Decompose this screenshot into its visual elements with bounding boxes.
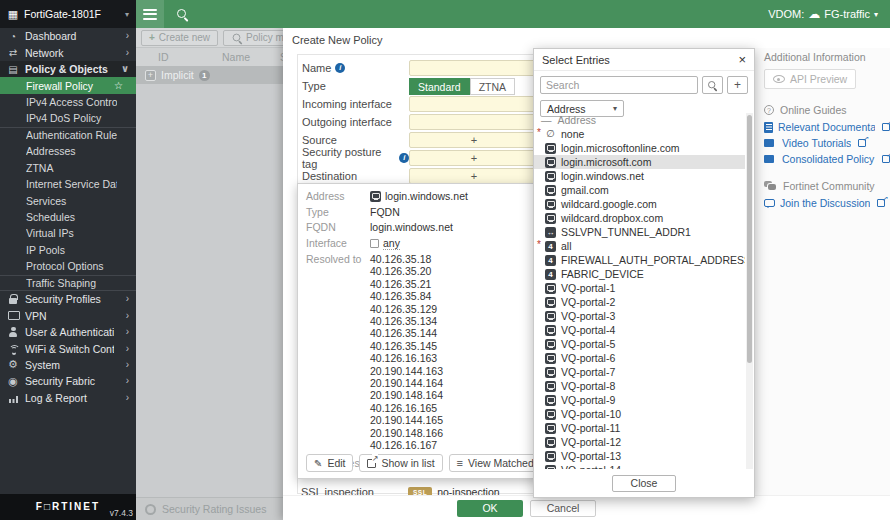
show-in-list-button[interactable]: Show in list <box>359 454 442 472</box>
sidebar-item[interactable]: Internet Service Database <box>0 176 136 192</box>
entry-row[interactable]: VQ-portal-13 <box>534 449 745 463</box>
entry-row[interactable]: wildcard.google.com <box>534 197 745 211</box>
entries-group-header[interactable]: — Address <box>534 113 745 127</box>
entry-row[interactable]: login.microsoft.com <box>534 155 745 169</box>
entry-row[interactable]: VQ-portal-8 <box>534 379 745 393</box>
type-label: Type <box>306 206 370 218</box>
entry-row[interactable]: gmail.com <box>534 183 745 197</box>
type-value: FQDN <box>370 206 400 218</box>
resolved-ip: 40.126.16.165 <box>370 402 443 414</box>
sidebar-item[interactable]: ZTNA <box>0 160 136 176</box>
hamburger-menu-icon[interactable] <box>136 0 164 28</box>
entry-row[interactable]: VQ-portal-4 <box>534 323 745 337</box>
column-id[interactable]: ID <box>158 51 169 63</box>
entry-row[interactable]: FIREWALL_AUTH_PORTAL_ADDRESS <box>534 253 745 267</box>
resolved-to-label: Resolved to <box>306 253 370 452</box>
entry-row[interactable]: VQ-portal-9 <box>534 393 745 407</box>
guide-link[interactable]: Consolidated Policy Configurat <box>764 153 890 165</box>
vdom-selector[interactable]: VDOM: ☁ FG-traffic ▾ <box>768 7 890 21</box>
external-link-icon <box>882 155 890 163</box>
sidebar-item[interactable]: Firewall Policy ☆ <box>0 77 136 93</box>
additional-info-panel: Additional Information API Preview Onlin… <box>755 48 890 495</box>
outgoing-interface-input[interactable] <box>409 114 539 130</box>
device-selector[interactable]: FortiGate-1801F ▾ <box>0 0 136 28</box>
entry-row[interactable]: * none <box>534 127 745 141</box>
firmware-version: v7.4.3 <box>110 508 133 518</box>
sidebar-item[interactable]: System › <box>0 357 136 373</box>
type-option-standard[interactable]: Standard <box>409 78 470 95</box>
entry-row[interactable]: VQ-portal-12 <box>534 435 745 449</box>
sidebar-item[interactable]: VPN › <box>0 307 136 323</box>
entry-row[interactable]: VQ-portal-5 <box>534 337 745 351</box>
entry-row[interactable]: login.windows.net <box>534 169 745 183</box>
sidebar-item[interactable]: Schedules <box>0 209 136 225</box>
destination-add-box[interactable] <box>409 168 539 184</box>
close-icon[interactable]: × <box>738 53 746 66</box>
sidebar-item[interactable]: IPv4 DoS Policy <box>0 110 136 126</box>
name-input[interactable] <box>409 60 539 76</box>
entry-row[interactable]: * all <box>534 239 745 253</box>
entry-row[interactable]: wildcard.dropbox.com <box>534 211 745 225</box>
edit-button[interactable]: Edit <box>306 454 353 472</box>
entry-row[interactable]: VQ-portal-2 <box>534 295 745 309</box>
sidebar-item-label: Authentication Rules <box>26 129 117 141</box>
sidebar-item[interactable]: Dashboard › <box>0 28 136 44</box>
entry-row[interactable]: VQ-portal-7 <box>534 365 745 379</box>
sidebar-item[interactable]: User & Authentication › <box>0 324 136 340</box>
source-add-box[interactable] <box>409 132 539 148</box>
sidebar-item[interactable]: IPv4 Access Control List <box>0 94 136 110</box>
entry-label: wildcard.dropbox.com <box>561 212 663 224</box>
sidebar-item[interactable]: IP Pools <box>0 242 136 258</box>
sidebar-item[interactable]: Traffic Shaping <box>0 275 136 291</box>
sidebar-item[interactable]: Services <box>0 192 136 208</box>
sidebar-item[interactable]: Log & Report › <box>0 390 136 406</box>
posture-tag-add-box[interactable] <box>409 150 539 166</box>
sidebar-item-label: IPv4 DoS Policy <box>26 112 117 124</box>
entry-row[interactable]: VQ-portal-10 <box>534 407 745 421</box>
search-input[interactable] <box>540 76 698 94</box>
guide-link[interactable]: Video Tutorials <box>764 137 890 149</box>
add-entry-button[interactable]: + <box>727 76 748 94</box>
sidebar-item[interactable]: Virtual IPs <box>0 225 136 241</box>
join-discussion-link[interactable]: Join the Discussion <box>764 197 890 209</box>
checkbox-icon <box>370 239 379 248</box>
guide-link[interactable]: Relevant Documentation <box>764 121 890 133</box>
entry-label: VQ-portal-5 <box>561 338 615 350</box>
search-icon[interactable] <box>176 8 189 21</box>
sidebar-item[interactable]: Policy & Objects ∨ <box>0 61 136 77</box>
sidebar-item[interactable]: Network › <box>0 44 136 60</box>
entry-row[interactable]: login.microsoftonline.com <box>534 141 745 155</box>
entry-row[interactable]: VQ-portal-11 <box>534 421 745 435</box>
sidebar-item[interactable]: Security Profiles › <box>0 291 136 307</box>
entry-row[interactable]: SSLVPN_TUNNEL_ADDR1 <box>534 225 745 239</box>
entry-label: VQ-portal-6 <box>561 352 615 364</box>
sidebar-item[interactable]: Addresses <box>0 143 136 159</box>
entry-row[interactable]: VQ-portal-14 <box>534 463 745 469</box>
expand-icon[interactable] <box>145 70 156 81</box>
incoming-interface-input[interactable] <box>409 96 539 112</box>
resolved-ip: 40.126.35.134 <box>370 315 443 327</box>
entry-row[interactable]: VQ-portal-1 <box>534 281 745 295</box>
sidebar-item[interactable]: Protocol Options <box>0 258 136 274</box>
type-option-ztna[interactable]: ZTNA <box>470 78 515 95</box>
resolved-ip: 20.190.144.163 <box>370 365 443 377</box>
address-type-icon <box>545 437 556 448</box>
scrollbar-track[interactable] <box>746 113 753 469</box>
chevron-icon: › <box>126 393 129 403</box>
favorite-star-icon: ☆ <box>114 81 123 91</box>
entry-row[interactable]: FABRIC_DEVICE <box>534 267 745 281</box>
entry-row[interactable]: VQ-portal-3 <box>534 309 745 323</box>
close-button[interactable]: Close <box>612 475 676 492</box>
search-button[interactable] <box>702 76 723 94</box>
entry-row[interactable]: VQ-portal-6 <box>534 351 745 365</box>
type-segmented-control: Standard ZTNA <box>409 78 515 95</box>
address-type-icon <box>545 353 556 364</box>
scrollbar-thumb[interactable] <box>747 115 752 363</box>
cancel-button[interactable]: Cancel <box>530 500 596 517</box>
column-name[interactable]: Name <box>222 51 250 63</box>
sidebar-item[interactable]: Authentication Rules <box>0 127 136 143</box>
security-rating-label[interactable]: Security Rating Issues <box>162 503 266 515</box>
ok-button[interactable]: OK <box>457 500 523 517</box>
sidebar-item[interactable]: WiFi & Switch Controller › <box>0 340 136 356</box>
sidebar-item[interactable]: Security Fabric › <box>0 373 136 389</box>
